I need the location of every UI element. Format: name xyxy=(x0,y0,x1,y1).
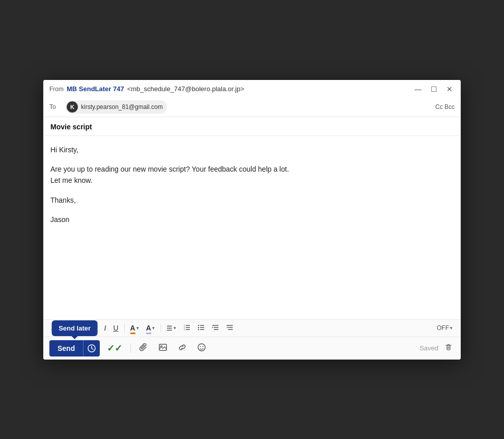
font-color-icon: A xyxy=(130,324,135,332)
separator3 xyxy=(130,344,131,353)
minimize-button[interactable]: — xyxy=(412,84,424,94)
link-icon xyxy=(178,343,186,351)
link-button[interactable] xyxy=(175,341,190,356)
body-greeting: Hi Kirsty, xyxy=(50,144,454,155)
body-signature: Jason xyxy=(50,214,454,225)
indent-more-button[interactable] xyxy=(223,322,236,335)
highlight-color-icon: A xyxy=(146,324,151,332)
separator1 xyxy=(124,323,125,333)
body-thanks: Thanks, xyxy=(50,195,454,206)
font-color-button[interactable]: A ▾ xyxy=(128,322,142,334)
close-button[interactable]: ✕ xyxy=(444,84,455,94)
titlebar-controls: — ☐ ✕ xyxy=(412,84,455,94)
cc-bcc-button[interactable]: Cc Bcc xyxy=(435,103,455,111)
separator2 xyxy=(160,323,161,333)
email-body[interactable]: Hi Kirsty, Are you up to reading our new… xyxy=(43,136,461,319)
emoji-icon xyxy=(198,343,206,351)
svg-line-22 xyxy=(92,348,93,349)
svg-point-27 xyxy=(203,346,204,347)
svg-text:3: 3 xyxy=(184,328,185,331)
sender-name: MB SendLater 747 xyxy=(67,85,124,93)
off-toggle[interactable]: OFF ▾ xyxy=(435,323,455,333)
compose-window: From MB SendLater 747 <mb_schedule_747@b… xyxy=(43,80,461,360)
check-icon: ✓✓ xyxy=(107,343,122,354)
body-line3: Let me know. xyxy=(50,175,454,186)
delete-button[interactable] xyxy=(442,342,455,354)
titlebar-from: From MB SendLater 747 <mb_schedule_747@b… xyxy=(49,85,244,93)
attachment-icon xyxy=(139,343,148,351)
image-button[interactable] xyxy=(155,341,171,356)
subject-text: Movie script xyxy=(50,123,92,131)
svg-rect-23 xyxy=(159,344,166,350)
font-size-arrow: ▾ xyxy=(78,325,81,331)
action-toolbar: Send later Send ✓✓ xyxy=(43,337,461,360)
to-row: To K kirsty.pearson_81@gmail.com Cc Bcc xyxy=(43,97,461,117)
svg-point-8 xyxy=(198,328,199,330)
body-line2: Are you up to reading our new movie scri… xyxy=(50,163,454,175)
image-icon xyxy=(159,343,167,351)
bold-button[interactable]: B xyxy=(89,322,99,334)
from-label: From xyxy=(49,86,64,93)
recipient-badge: K kirsty.pearson_81@gmail.com xyxy=(66,100,167,114)
font-size-selector[interactable]: 10 ▾ xyxy=(69,323,83,333)
trash-icon xyxy=(444,343,453,351)
recipient-email: kirsty.pearson_81@gmail.com xyxy=(81,103,163,111)
maximize-button[interactable]: ☐ xyxy=(429,84,439,94)
titlebar: From MB SendLater 747 <mb_schedule_747@b… xyxy=(43,80,461,97)
svg-point-26 xyxy=(200,346,201,347)
recipient-avatar: K xyxy=(67,101,78,113)
sender-email: <mb_schedule_747@bolero.plala.or.jp> xyxy=(127,85,244,93)
indent-less-button[interactable] xyxy=(209,322,221,335)
italic-button[interactable]: I xyxy=(102,322,109,334)
svg-marker-19 xyxy=(227,326,228,328)
formatting-toolbar: Arial 10 ▾ B I U A ▾ A ▾ ☰ ▾ ​ xyxy=(43,319,461,337)
send-later-button[interactable] xyxy=(83,340,100,356)
svg-point-7 xyxy=(198,326,199,327)
send-button[interactable]: Send xyxy=(49,340,83,356)
clock-icon xyxy=(88,344,96,352)
to-label: To xyxy=(49,103,62,111)
emoji-button[interactable] xyxy=(194,341,209,356)
highlight-color-button[interactable]: A ▾ xyxy=(144,322,157,334)
font-family-selector[interactable]: Arial xyxy=(49,323,66,333)
svg-point-6 xyxy=(198,324,199,325)
underline-button[interactable]: U xyxy=(110,322,121,334)
attachment-button[interactable] xyxy=(136,341,151,356)
svg-rect-28 xyxy=(447,345,450,350)
unordered-list-button[interactable] xyxy=(195,322,207,335)
align-button[interactable]: ☰ ▾ xyxy=(164,322,179,334)
spellcheck-button[interactable]: ✓✓ xyxy=(104,341,125,356)
send-button-group: Send later Send xyxy=(49,340,100,356)
ordered-list-button[interactable]: ​ 123 xyxy=(181,322,193,335)
svg-marker-15 xyxy=(212,326,213,328)
subject-row: Movie script xyxy=(43,117,461,136)
saved-status: Saved xyxy=(419,342,455,354)
